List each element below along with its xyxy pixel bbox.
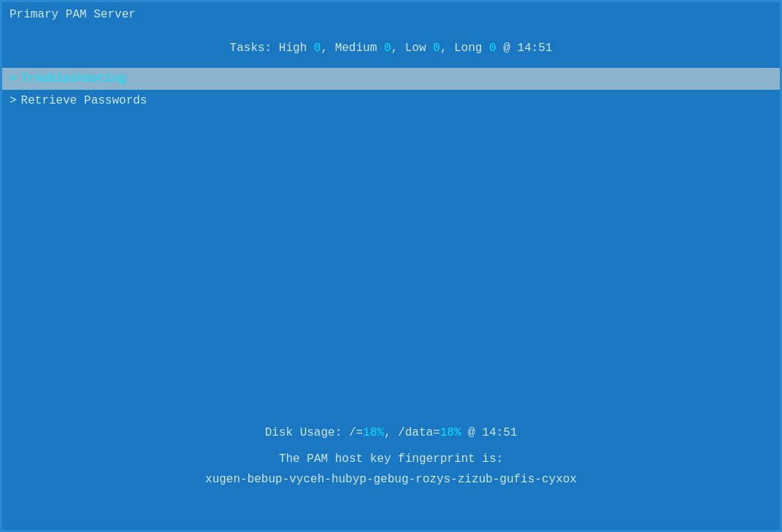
disk-data-value: 18% — [440, 426, 461, 439]
app-title: Primary PAM Server — [9, 8, 136, 21]
fingerprint-label-text: The PAM host key fingerprint is: — [279, 452, 503, 466]
menu-item-retrieve-passwords[interactable]: > Retrieve Passwords — [2, 90, 780, 112]
tasks-medium-label: Medium — [335, 42, 377, 55]
disk-usage-label: Disk Usage: — [265, 426, 342, 439]
tasks-label: Tasks: — [230, 42, 272, 55]
tasks-low-value: 0 — [433, 42, 440, 55]
tasks-low-label: Low — [405, 42, 426, 55]
fingerprint-value-text: xugen-bebup-vyceh-hubyp-gebug-rozys-zizu… — [205, 473, 577, 486]
tasks-long-value: 0 — [489, 42, 497, 55]
tasks-time: 14:51 — [517, 42, 552, 55]
arrow-icon-retrieve: > — [9, 94, 17, 107]
arrow-icon-troubleshooting: > — [9, 72, 17, 85]
disk-data-label: /data= — [398, 426, 440, 439]
tasks-medium-value: 0 — [384, 42, 391, 55]
screen: Primary PAM Server Tasks: High 0, Medium… — [0, 0, 782, 532]
menu-area: > Troubleshooting > Retrieve Passwords — [2, 68, 780, 112]
fingerprint-label: The PAM host key fingerprint is: — [2, 452, 780, 466]
tasks-long-label: Long — [454, 42, 482, 55]
menu-item-troubleshooting[interactable]: > Troubleshooting — [2, 68, 780, 90]
title-bar: Primary PAM Server — [2, 2, 780, 27]
fingerprint-value: xugen-bebup-vyceh-hubyp-gebug-rozys-zizu… — [2, 473, 780, 486]
menu-item-retrieve-passwords-label: Retrieve Passwords — [21, 94, 147, 107]
disk-root-label: /= — [349, 426, 363, 439]
tasks-separator: @ — [503, 42, 510, 55]
menu-item-troubleshooting-label: Troubleshooting — [21, 72, 126, 85]
disk-usage: Disk Usage: /=18%, /data=18% @ 14:51 — [2, 426, 780, 439]
tasks-row: Tasks: High 0, Medium 0, Low 0, Long 0 @… — [2, 27, 780, 62]
bottom-area: Disk Usage: /=18%, /data=18% @ 14:51 The… — [2, 426, 780, 486]
disk-time: 14:51 — [482, 426, 517, 439]
tasks-high-value: 0 — [314, 42, 321, 55]
disk-root-value: 18% — [363, 426, 384, 439]
tasks-high-label: High — [279, 42, 307, 55]
